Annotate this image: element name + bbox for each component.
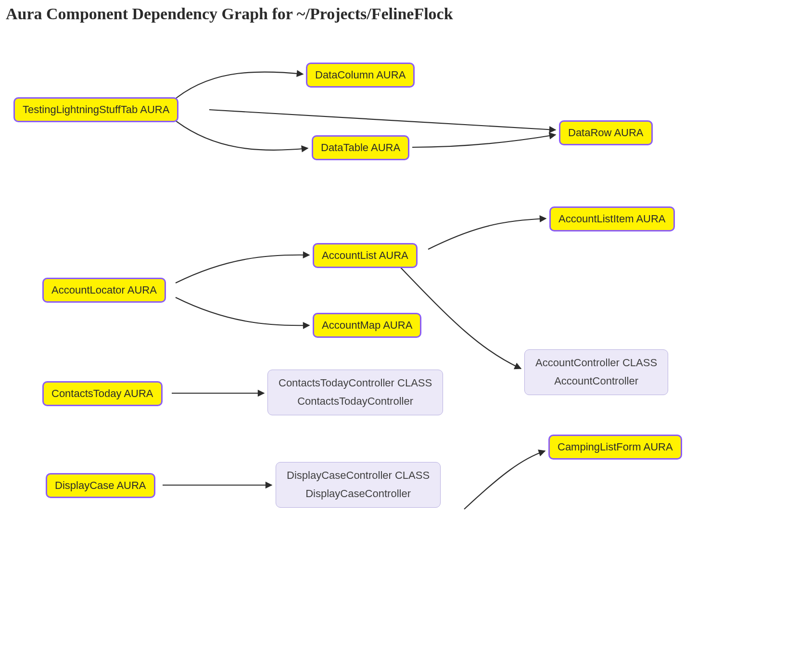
node-account-map[interactable]: AccountMap AURA — [313, 313, 421, 338]
node-account-list-item[interactable]: AccountListItem AURA — [549, 206, 675, 231]
edge-locator-to-map — [176, 297, 309, 325]
class-title: ContactsTodayController CLASS — [279, 377, 432, 389]
edge-offscreen-to-campinglistform — [464, 451, 545, 509]
node-account-controller[interactable]: AccountController CLASS AccountControlle… — [524, 349, 668, 395]
node-contacts-today[interactable]: ContactsToday AURA — [42, 381, 163, 406]
class-title: AccountController CLASS — [535, 357, 657, 369]
diagram-canvas: TestingLightningStuffTab AURA DataColumn… — [0, 23, 808, 667]
node-data-row[interactable]: DataRow AURA — [559, 120, 653, 145]
edge-locator-to-list — [176, 255, 309, 283]
class-subtitle: ContactsTodayController — [297, 395, 413, 408]
class-subtitle: AccountController — [554, 375, 638, 387]
edge-testing-to-datacolumn — [171, 72, 303, 103]
node-contacts-today-controller[interactable]: ContactsTodayController CLASS ContactsTo… — [267, 370, 443, 415]
node-account-locator[interactable]: AccountLocator AURA — [42, 278, 166, 303]
class-subtitle: DisplayCaseController — [305, 487, 411, 500]
node-account-list[interactable]: AccountList AURA — [313, 243, 418, 268]
edge-datatable-to-datarow — [412, 135, 556, 147]
node-testing-lightning-stuff-tab[interactable]: TestingLightningStuffTab AURA — [13, 97, 178, 122]
node-display-case-controller[interactable]: DisplayCaseController CLASS DisplayCaseC… — [276, 462, 441, 508]
class-title: DisplayCaseController CLASS — [287, 469, 430, 482]
node-display-case[interactable]: DisplayCase AURA — [46, 473, 155, 498]
edge-testing-to-datatable — [171, 117, 308, 150]
node-camping-list-form[interactable]: CampingListForm AURA — [548, 435, 682, 460]
edge-list-to-listitem — [428, 218, 546, 249]
page-title: Aura Component Dependency Graph for ~/Pr… — [6, 5, 812, 23]
node-data-column[interactable]: DataColumn AURA — [306, 63, 415, 88]
node-data-table[interactable]: DataTable AURA — [312, 135, 409, 160]
edge-testing-to-datarow — [209, 110, 556, 130]
